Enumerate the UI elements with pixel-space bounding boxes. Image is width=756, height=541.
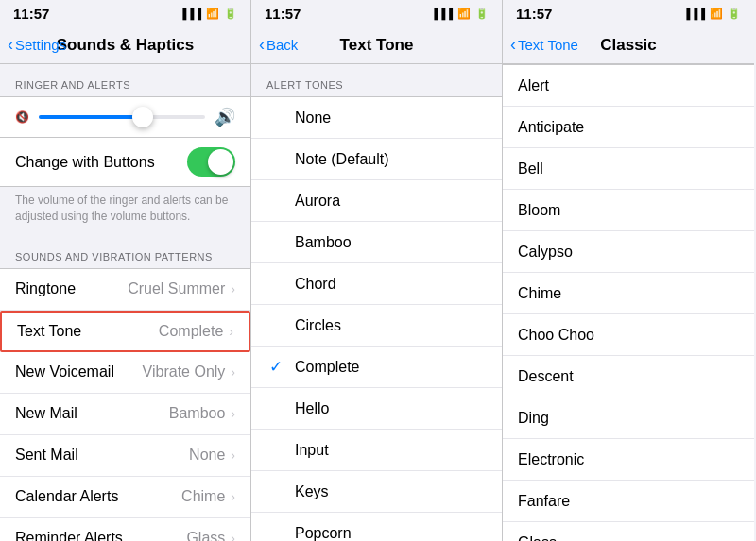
classic-chime[interactable]: Chime [503,273,754,314]
classic-ding[interactable]: Ding [503,397,754,439]
ringer-volume-slider[interactable]: 🔇 🔊 [0,96,250,138]
tone-keys[interactable]: Keys [251,471,502,513]
toggle-thumb [208,149,233,175]
calendar-alerts-label: Calendar Alerts [15,488,181,505]
sent-mail-row[interactable]: Sent Mail None › [0,435,250,477]
tone-hello-label: Hello [295,400,487,417]
volume-low-icon: 🔇 [15,110,29,124]
section-patterns: SOUNDS AND VIBRATION PATTERNS [0,236,250,268]
classic-electronic[interactable]: Electronic [503,439,754,481]
wifi-icon-3: 📶 [710,8,723,20]
classic-bloom[interactable]: Bloom [503,190,754,231]
text-tone-back-button[interactable]: ‹ Back [259,36,298,55]
classic-anticipate[interactable]: Anticipate [503,107,754,148]
classic-descent[interactable]: Descent [503,356,754,397]
text-tone-row[interactable]: Text Tone Complete › [0,311,250,352]
tone-circles[interactable]: Circles [251,305,502,347]
page-title-3: Classic [600,36,657,55]
section-ringer-alerts: RINGER AND ALERTS [0,64,250,96]
panel-classic: 11:57 ▐▐▐ 📶 🔋 ‹ Text Tone Classic Alert … [503,0,754,541]
checkmark-complete-icon: ✓ [266,357,285,377]
slider-track[interactable] [39,115,205,119]
change-with-buttons-row: Change with Buttons [0,138,250,186]
panel3-content: Alert Anticipate Bell Bloom Calypso Chim… [503,64,754,541]
calendar-alerts-value: Chime [181,488,225,505]
status-time-3: 11:57 [516,6,552,22]
text-tone-chevron-icon: › [229,324,233,339]
sent-mail-chevron-icon: › [231,448,235,463]
text-tone-label: Text Tone [17,323,159,340]
status-time-1: 11:57 [13,6,49,22]
ringtone-chevron-icon: › [231,281,235,296]
tone-bamboo[interactable]: Bamboo [251,222,502,263]
wifi-icon-2: 📶 [457,8,471,20]
tone-hello[interactable]: Hello [251,388,502,430]
tone-none-label: None [295,110,487,127]
tone-aurora-label: Aurora [295,193,487,210]
classic-tones-group: Alert Anticipate Bell Bloom Calypso Chim… [503,64,754,541]
new-mail-chevron-icon: › [231,406,235,421]
tone-bamboo-label: Bamboo [295,234,487,251]
tone-keys-label: Keys [295,483,487,500]
classic-back-button[interactable]: ‹ Text Tone [510,36,578,55]
back-label-3: Text Tone [518,37,578,53]
tone-chord[interactable]: Chord [251,263,502,305]
classic-choo-choo[interactable]: Choo Choo [503,314,754,356]
slider-thumb[interactable] [132,107,153,127]
sent-mail-value: None [189,447,225,464]
signal-icon: ▐▐▐ [180,8,201,19]
ringtone-row[interactable]: Ringtone Cruel Summer › [0,269,250,311]
classic-fanfare[interactable]: Fanfare [503,481,754,522]
new-voicemail-value: Vibrate Only [143,363,226,380]
reminder-alerts-label: Reminder Alerts [15,530,186,541]
tone-none[interactable]: None [251,97,502,139]
new-voicemail-label: New Voicemail [15,363,143,380]
battery-icon-2: 🔋 [475,8,489,20]
alert-tones-group: None Note (Default) Aurora Bamboo Chord … [251,96,502,541]
change-with-buttons-toggle[interactable] [187,147,235,177]
status-icons-1: ▐▐▐ 📶 🔋 [180,8,237,20]
tone-complete[interactable]: ✓ Complete [251,347,502,388]
back-chevron-icon-3: ‹ [510,35,516,55]
status-icons-3: ▐▐▐ 📶 🔋 [683,8,741,20]
classic-calypso[interactable]: Calypso [503,231,754,273]
section-alert-tones: ALERT TONES [251,64,502,96]
new-voicemail-row[interactable]: New Voicemail Vibrate Only › [0,352,250,394]
new-mail-row[interactable]: New Mail Bamboo › [0,394,250,435]
battery-icon-3: 🔋 [728,8,741,20]
nav-bar-1: ‹ Settings Sounds & Haptics [0,26,250,64]
reminder-alerts-chevron-icon: › [231,531,235,541]
change-with-buttons-label: Change with Buttons [15,154,187,171]
tone-complete-label: Complete [295,359,487,376]
back-label-2: Back [266,37,298,53]
status-bar-2: 11:57 ▐▐▐ 📶 🔋 [251,0,502,26]
classic-bell[interactable]: Bell [503,148,754,190]
tone-input[interactable]: Input [251,430,502,471]
reminder-alerts-value: Glass [186,530,225,541]
page-title-2: Text Tone [340,36,414,55]
status-time-2: 11:57 [265,6,301,22]
settings-back-button[interactable]: ‹ Settings [8,36,66,55]
calendar-alerts-row[interactable]: Calendar Alerts Chime › [0,477,250,518]
tone-aurora[interactable]: Aurora [251,180,502,222]
nav-bar-3: ‹ Text Tone Classic [503,26,754,64]
tone-note-default[interactable]: Note (Default) [251,139,502,180]
tone-chord-label: Chord [295,276,487,293]
battery-icon: 🔋 [224,8,237,20]
slider-fill [39,115,139,119]
panel-text-tone: 11:57 ▐▐▐ 📶 🔋 ‹ Back Text Tone ALERT TON… [251,0,503,541]
nav-bar-2: ‹ Back Text Tone [251,26,502,64]
page-title-1: Sounds & Haptics [57,36,194,55]
classic-alert[interactable]: Alert [503,65,754,107]
text-tone-value: Complete [159,323,223,340]
signal-icon-3: ▐▐▐ [683,8,705,19]
tone-popcorn[interactable]: Popcorn [251,513,502,541]
tone-popcorn-label: Popcorn [295,525,487,542]
sent-mail-label: Sent Mail [15,447,189,464]
classic-glass[interactable]: Glass [503,522,754,541]
calendar-alerts-chevron-icon: › [231,489,235,504]
signal-icon-2: ▐▐▐ [431,8,453,19]
status-bar-1: 11:57 ▐▐▐ 📶 🔋 [0,0,250,26]
panel2-content: ALERT TONES None Note (Default) Aurora B… [251,64,502,541]
reminder-alerts-row[interactable]: Reminder Alerts Glass › [0,518,250,541]
